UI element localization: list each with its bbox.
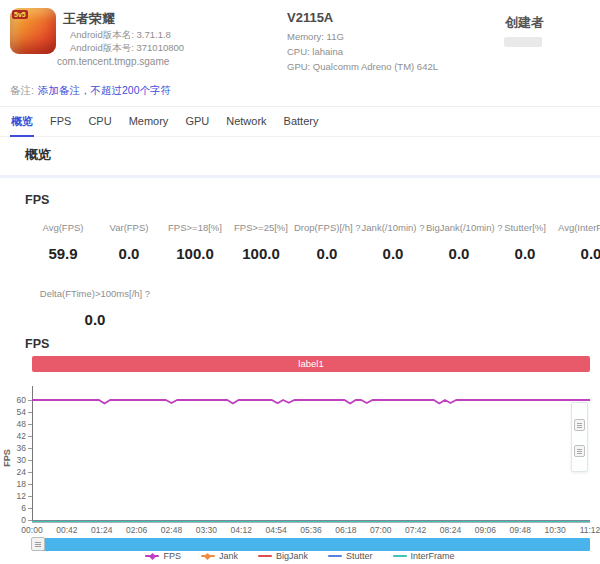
svg-text:0: 0 — [21, 515, 26, 525]
svg-text:01:24: 01:24 — [91, 525, 113, 535]
fps-line-chart[interactable]: 06121824303642485460FPS00:0000:4201:2402… — [0, 380, 600, 536]
metric-label: Jank(/10min) ? — [360, 222, 426, 233]
svg-text:07:42: 07:42 — [405, 525, 427, 535]
device-gpu: GPU: Qualcomm Adreno (TM) 642L — [287, 61, 438, 72]
metric-label: Stutter[%] — [492, 222, 558, 233]
fps-overview-title: FPS — [25, 193, 49, 207]
metric-column: Jank(/10min) ?0.0 — [360, 222, 426, 262]
app-version-name: Android版本名: 3.71.1.8 — [70, 29, 171, 42]
creator-label: 创建者 — [505, 14, 544, 32]
legend-marker — [393, 555, 407, 557]
svg-text:09:06: 09:06 — [475, 525, 497, 535]
svg-text:42: 42 — [17, 431, 27, 441]
metric-value: 100.0 — [228, 245, 294, 262]
y-axis-zoom-slider[interactable] — [571, 402, 588, 472]
legend-item-fps[interactable]: FPS — [145, 551, 181, 561]
game-app-icon: 5v5 — [10, 8, 56, 54]
svg-text:04:54: 04:54 — [265, 525, 287, 535]
y-zoom-lower-handle[interactable] — [574, 445, 585, 457]
svg-text:48: 48 — [17, 419, 27, 429]
metric-label: Delta(FTime)>100ms[/h] ? — [30, 288, 160, 299]
app-version-code: Android版本号: 371010800 — [70, 42, 184, 55]
fps-metrics-row: Avg(FPS)59.9Var(FPS)0.0FPS>=18[%]100.0FP… — [30, 222, 600, 262]
metric-value: 0.0 — [30, 311, 160, 328]
metric-label: Drop(FPS)[/h] ? — [294, 222, 360, 233]
svg-text:05:36: 05:36 — [300, 525, 322, 535]
metric-value: 0.0 — [426, 245, 492, 262]
metric-label: Avg(FPS) — [30, 222, 96, 233]
svg-text:54: 54 — [17, 407, 27, 417]
svg-text:11:12: 11:12 — [580, 525, 600, 535]
tab-Battery[interactable]: Battery — [283, 108, 320, 135]
metric-value: 59.9 — [30, 245, 96, 262]
metric-value: 0.0 — [558, 245, 600, 262]
metric-value: 0.0 — [96, 245, 162, 262]
app-title: 王者荣耀 — [63, 10, 115, 28]
legend-item-bigjank[interactable]: BigJank — [258, 551, 308, 561]
y-zoom-upper-handle[interactable] — [574, 419, 585, 431]
svg-text:18: 18 — [17, 479, 27, 489]
note-label: 备注: — [10, 84, 34, 98]
metric-column: Var(FPS)0.0 — [96, 222, 162, 262]
chart-scrollbar-handle[interactable] — [31, 537, 45, 551]
legend-label: FPS — [163, 551, 181, 561]
legend-label: BigJank — [276, 551, 308, 561]
tab-bar: 概览FPSCPUMemoryGPUNetworkBattery — [0, 106, 600, 137]
metric-column: Drop(FPS)[/h] ?0.0 — [294, 222, 360, 262]
svg-text:00:42: 00:42 — [56, 525, 78, 535]
svg-text:24: 24 — [17, 467, 27, 477]
fps-metrics-row2: Delta(FTime)>100ms[/h] ?0.0 — [30, 288, 160, 328]
metric-column: Avg(FPS)59.9 — [30, 222, 96, 262]
fps-chart-title: FPS — [25, 337, 49, 351]
metric-column: BigJank(/10min) ?0.0 — [426, 222, 492, 262]
svg-text:09:48: 09:48 — [510, 525, 532, 535]
creator-name-redacted — [504, 37, 542, 47]
svg-text:08:24: 08:24 — [440, 525, 462, 535]
legend-item-interframe[interactable]: InterFrame — [393, 551, 455, 561]
device-model: V2115A — [287, 10, 333, 25]
chart-scrollbar[interactable] — [32, 538, 590, 551]
metric-value: 0.0 — [360, 245, 426, 262]
svg-text:60: 60 — [17, 395, 27, 405]
svg-text:04:12: 04:12 — [231, 525, 253, 535]
section-divider — [0, 175, 600, 178]
tab-GPU[interactable]: GPU — [184, 108, 210, 135]
metric-column: FPS>=25[%]100.0 — [228, 222, 294, 262]
scene-label-band: label1 — [32, 356, 590, 372]
metric-value: 100.0 — [162, 245, 228, 262]
tab-FPS[interactable]: FPS — [49, 108, 72, 135]
svg-text:36: 36 — [17, 443, 27, 453]
legend-marker — [328, 555, 342, 557]
chart-legend: FPSJankBigJankStutterInterFrame — [0, 551, 600, 561]
svg-text:07:00: 07:00 — [370, 525, 392, 535]
svg-text:02:48: 02:48 — [161, 525, 183, 535]
legend-marker — [201, 555, 215, 557]
tab-Memory[interactable]: Memory — [128, 108, 170, 135]
app-package-name: com.tencent.tmgp.sgame — [57, 56, 169, 67]
legend-label: Stutter — [346, 551, 373, 561]
metric-column: FPS>=18[%]100.0 — [162, 222, 228, 262]
metric-label: FPS>=25[%] — [228, 222, 294, 233]
tab-Network[interactable]: Network — [225, 108, 267, 135]
perf-report-page: 5v5 王者荣耀 Android版本名: 3.71.1.8 Android版本号… — [0, 0, 600, 564]
tab-CPU[interactable]: CPU — [87, 108, 112, 135]
svg-text:12: 12 — [17, 491, 27, 501]
add-note-link[interactable]: 添加备注，不超过200个字符 — [38, 84, 171, 98]
legend-item-stutter[interactable]: Stutter — [328, 551, 373, 561]
metric-column: Avg(InterFrame)0.0 — [558, 222, 600, 262]
device-memory: Memory: 11G — [287, 31, 344, 42]
svg-text:02:06: 02:06 — [126, 525, 148, 535]
svg-text:30: 30 — [17, 455, 27, 465]
tab-概览[interactable]: 概览 — [10, 107, 34, 137]
svg-text:03:30: 03:30 — [196, 525, 218, 535]
svg-text:00:00: 00:00 — [21, 525, 43, 535]
metric-column: Stutter[%]0.0 — [492, 222, 558, 262]
svg-text:FPS: FPS — [2, 449, 12, 467]
legend-item-jank[interactable]: Jank — [201, 551, 238, 561]
legend-label: InterFrame — [411, 551, 455, 561]
metric-value: 0.0 — [492, 245, 558, 262]
legend-marker — [145, 555, 159, 557]
svg-text:06:18: 06:18 — [335, 525, 357, 535]
metric-label: Var(FPS) — [96, 222, 162, 233]
app-icon-5v5-badge: 5v5 — [12, 10, 28, 19]
